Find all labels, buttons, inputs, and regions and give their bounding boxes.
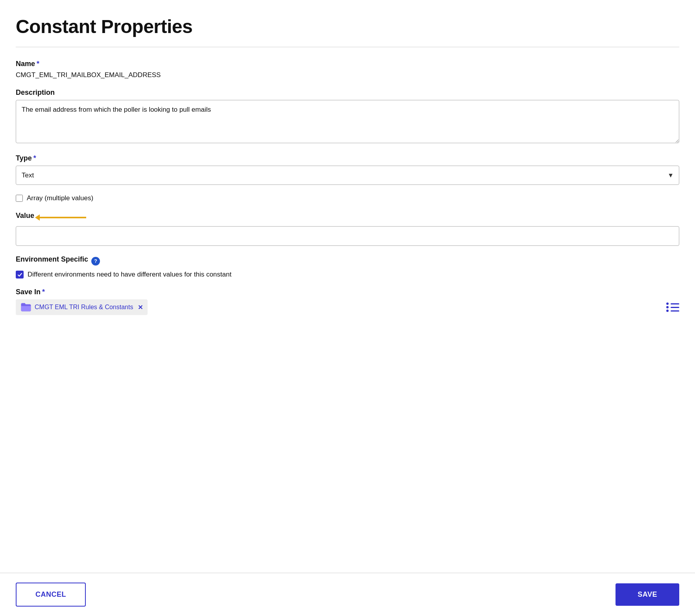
page-title: Constant Properties: [16, 16, 679, 37]
type-required-star: *: [33, 154, 36, 162]
save-button[interactable]: SAVE: [616, 583, 679, 606]
type-field-group: Type * Text Number Boolean Date ▼: [16, 154, 679, 185]
type-select-wrapper: Text Number Boolean Date ▼: [16, 166, 679, 185]
save-in-project-name: CMGT EML TRI Rules & Constants: [35, 304, 133, 311]
save-in-label: Save In *: [16, 288, 679, 296]
name-label: Name *: [16, 60, 679, 68]
type-label-text: Type: [16, 154, 32, 162]
name-value: CMGT_EML_TRI_MAILBOX_EMAIL_ADDRESS: [16, 71, 679, 79]
env-specific-label: Environment Specific: [16, 255, 88, 264]
array-checkbox-row: Array (multiple values): [16, 194, 679, 202]
array-checkbox-label: Array (multiple values): [27, 194, 93, 202]
value-field-group: Value email@example.com: [16, 212, 679, 246]
description-label: Description: [16, 89, 679, 97]
type-label: Type *: [16, 154, 679, 162]
save-in-field-group: Save In * CMGT EML TRI Rules & Constants…: [16, 288, 679, 315]
name-field-group: Name * CMGT_EML_TRI_MAILBOX_EMAIL_ADDRES…: [16, 60, 679, 79]
description-label-text: Description: [16, 89, 55, 97]
save-in-tag: CMGT EML TRI Rules & Constants ✕: [16, 299, 148, 315]
cancel-button[interactable]: CANCEL: [16, 583, 86, 607]
footer: CANCEL SAVE: [0, 573, 695, 616]
env-specific-label-row: Environment Specific ?: [16, 255, 679, 267]
save-in-close-button[interactable]: ✕: [138, 304, 143, 311]
description-field-group: Description The email address from which…: [16, 89, 679, 145]
env-checkbox-row: Different environments need to have diff…: [16, 271, 679, 278]
description-textarea[interactable]: The email address from which the poller …: [16, 100, 679, 143]
name-required-star: *: [37, 60, 39, 68]
value-label: Value: [16, 212, 34, 220]
value-arrow-indicator: [39, 217, 86, 218]
value-label-row: Value: [16, 212, 679, 223]
value-label-text: Value: [16, 212, 34, 220]
save-in-label-text: Save In: [16, 288, 41, 296]
array-checkbox[interactable]: [16, 195, 23, 202]
env-specific-label-text: Environment Specific: [16, 255, 88, 264]
save-in-field: CMGT EML TRI Rules & Constants ✕: [16, 299, 679, 315]
list-view-icon[interactable]: [666, 302, 679, 312]
value-input[interactable]: email@example.com: [16, 226, 679, 246]
folder-icon: [20, 302, 31, 312]
type-select[interactable]: Text Number Boolean Date: [16, 166, 679, 185]
title-divider: [16, 47, 679, 47]
env-specific-help-icon[interactable]: ?: [91, 257, 100, 266]
name-label-text: Name: [16, 60, 35, 68]
env-specific-field-group: Environment Specific ? Different environ…: [16, 255, 679, 278]
env-specific-checkbox[interactable]: [16, 271, 24, 278]
env-specific-checkbox-label: Different environments need to have diff…: [28, 271, 231, 278]
save-in-required-star: *: [42, 288, 45, 296]
